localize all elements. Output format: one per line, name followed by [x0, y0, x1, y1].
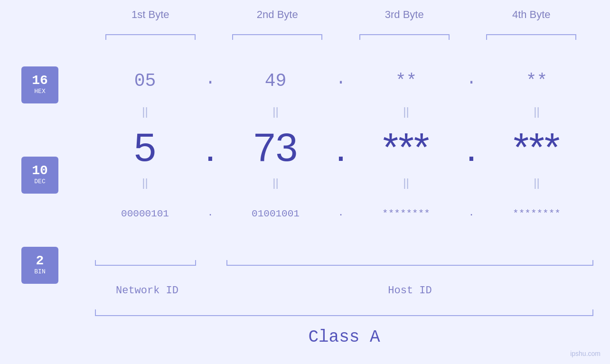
eq-cell-1-1: || [87, 105, 203, 118]
byte-header-2: 2nd Byte [214, 9, 341, 21]
byte-header-3: 3rd Byte [341, 9, 468, 21]
eq-cell-2-4: || [479, 176, 595, 189]
bin-dot-1: . [203, 207, 217, 220]
bracket-top-3 [359, 34, 450, 40]
hex-num: 16 [32, 74, 48, 87]
base-badge-hex: 16 HEX [21, 66, 58, 103]
byte-header-4: 4th Byte [468, 9, 595, 21]
bin-dot-3: . [464, 207, 479, 220]
host-id-label: Host ID [226, 285, 593, 297]
bin-label: BIN [34, 268, 45, 276]
bin-val-2: 01001001 [217, 208, 334, 219]
eq-cell-1-4: || [479, 105, 595, 118]
class-bracket [95, 309, 593, 316]
rows-container: 05 . 49 . ** . ** || || || || 5 . 73 . *… [87, 62, 595, 233]
bracket-cell-1 [87, 34, 214, 40]
bin-val-4: ******** [479, 208, 595, 219]
dec-label: DEC [34, 177, 45, 186]
network-id-label: Network ID [76, 285, 218, 297]
bracket-top-2 [232, 34, 322, 40]
watermark: ipshu.com [570, 350, 601, 357]
base-badge-dec: 10 DEC [21, 157, 58, 194]
network-bracket [95, 260, 196, 266]
page: 1st Byte 2nd Byte 3rd Byte 4th Byte 16 H… [0, 0, 610, 364]
hex-row: 05 . 49 . ** . ** [87, 62, 595, 100]
dec-val-2: 73 [217, 127, 334, 167]
eq-cell-2-2: || [217, 176, 334, 189]
eq-row-1: || || || || [87, 100, 595, 123]
byte-header-1: 1st Byte [87, 9, 214, 21]
dec-val-4: *** [479, 127, 595, 167]
base-badge-bin: 2 BIN [21, 247, 58, 284]
dec-dot-3: . [464, 127, 479, 167]
bracket-cell-3 [341, 34, 468, 40]
host-bracket [226, 260, 593, 266]
dec-val-1: 5 [87, 127, 203, 167]
hex-dot-1: . [203, 69, 217, 93]
class-label: Class A [95, 327, 593, 347]
dec-row: 5 . 73 . *** . *** [87, 123, 595, 171]
bin-dot-2: . [334, 207, 348, 220]
top-brackets [87, 34, 595, 40]
eq-cell-1-2: || [217, 105, 334, 118]
eq-cell-2-3: || [348, 176, 464, 189]
base-labels: 16 HEX 10 DEC 2 BIN [21, 66, 58, 284]
dec-val-3: *** [348, 127, 464, 167]
hex-val-1: 05 [87, 71, 203, 91]
dec-dot-1: . [203, 127, 217, 167]
bracket-top-1 [105, 34, 196, 40]
bin-row: 00000101 . 01001001 . ******** . *******… [87, 195, 595, 233]
dec-dot-2: . [334, 127, 348, 167]
hex-label: HEX [34, 87, 45, 96]
bin-num: 2 [36, 254, 44, 268]
eq-cell-1-3: || [348, 105, 464, 118]
hex-val-2: 49 [217, 71, 334, 91]
eq-row-2: || || || || [87, 171, 595, 195]
hex-dot-3: . [464, 69, 479, 93]
eq-cell-2-1: || [87, 176, 203, 189]
bin-val-3: ******** [348, 208, 464, 219]
bracket-cell-2 [214, 34, 341, 40]
bracket-cell-4 [468, 34, 595, 40]
byte-headers: 1st Byte 2nd Byte 3rd Byte 4th Byte [87, 9, 595, 21]
hex-val-4: ** [479, 71, 595, 91]
hex-val-3: ** [348, 71, 464, 91]
dec-num: 10 [32, 164, 48, 177]
hex-dot-2: . [334, 69, 348, 93]
bin-val-1: 00000101 [87, 208, 203, 219]
bracket-top-4 [486, 34, 576, 40]
